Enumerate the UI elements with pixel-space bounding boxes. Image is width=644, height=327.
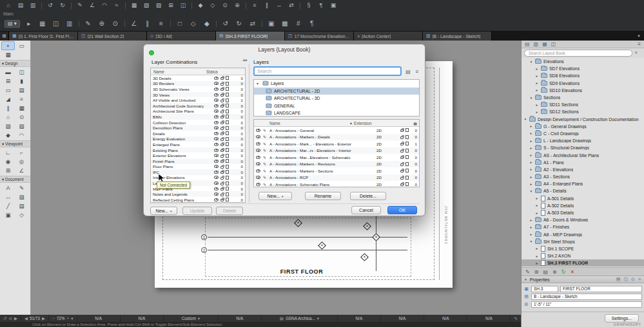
visibility-icon[interactable] [214, 98, 219, 102]
navigator-item[interactable]: ▸A4 - Enlarged Plans [522, 180, 644, 187]
roof-tool[interactable]: ◢ [1, 95, 15, 104]
tab-3[interactable]: ◇[3D / All] [147, 32, 216, 41]
lamp-tool[interactable]: ⊙ [15, 113, 28, 122]
statusbar-segment[interactable]: Custom▾ [164, 315, 219, 322]
pencil-icon[interactable]: ✎ [262, 162, 267, 166]
navigator-item[interactable]: ▸A-502 Details [522, 202, 644, 209]
panel-resize-icons[interactable]: ◀▶ [242, 59, 248, 62]
pin-icon[interactable]: ⊙ [631, 277, 635, 282]
morph-tool[interactable]: ◆ [1, 131, 15, 140]
rotate-right-icon[interactable]: ↻ [235, 21, 244, 27]
hash-icon[interactable]: # [294, 21, 303, 27]
text-tool[interactable]: A [1, 183, 15, 192]
master-layout-field[interactable] [531, 294, 642, 300]
tab-5[interactable]: ◫17 Monochrome Elevation wi... [285, 32, 354, 41]
panel-divider[interactable] [249, 64, 249, 203]
layer-combination-row[interactable]: 3D Schematic Views0 [151, 86, 245, 92]
navigator-item[interactable]: ▸A1 - Plans [522, 159, 644, 166]
parallel-icon[interactable]: ∥ [263, 3, 271, 8]
chevron-right-icon[interactable]: ▸ [535, 254, 539, 258]
visibility-icon[interactable] [214, 121, 219, 124]
chevron-right-icon[interactable]: ▸ [535, 88, 539, 92]
layer-combination-row[interactable]: 3D Renders0 [151, 81, 245, 87]
camera-tool[interactable]: ◉ [1, 157, 15, 166]
rename-layer-button[interactable]: Rename [305, 192, 341, 200]
navigator-item[interactable]: ▸SD10 Elevations [522, 87, 644, 94]
navigator-item[interactable]: ▸S - Structural Drawings [522, 144, 644, 151]
layout-settings-icon[interactable]: ▤ [616, 277, 621, 282]
printer-icon[interactable] [405, 155, 409, 159]
door-tool[interactable]: ◫ [15, 68, 28, 77]
printer-icon[interactable] [226, 131, 229, 135]
arrows-horizontal-icon[interactable]: ↔ [275, 3, 283, 8]
layer-combination-row[interactable]: Architectural Code Summary0 [151, 103, 245, 109]
lock-icon[interactable] [220, 111, 224, 113]
search-options-icon[interactable]: ▾ [635, 50, 638, 55]
navigator-item[interactable]: ▸A-501 Details [522, 195, 644, 202]
lock-icon[interactable] [220, 171, 224, 174]
list-icon[interactable]: ≡ [251, 3, 259, 8]
chevron-right-icon[interactable]: ▸ [535, 110, 539, 114]
remove-icon[interactable]: ✕ [570, 269, 574, 275]
lock-icon[interactable] [220, 94, 224, 97]
new-subset-icon[interactable]: ▤ [543, 269, 548, 275]
navigator-item[interactable]: ▾A5 - Details [522, 187, 644, 194]
visibility-icon[interactable] [214, 77, 219, 80]
layer-combination-row[interactable]: BIMx0 [151, 114, 245, 120]
panel-icon[interactable]: ▣ [267, 21, 276, 27]
palette-section-label[interactable]: ▾ Document [0, 176, 30, 183]
chevron-right-icon[interactable]: ▸ [535, 67, 539, 71]
object-tool[interactable]: ⌂ [1, 113, 15, 122]
lock-icon[interactable] [220, 183, 224, 185]
layer-combination-row[interactable]: Floor Plans0 [151, 164, 245, 170]
layer-row[interactable]: ✎A - Annotations - General2D0 [254, 127, 419, 134]
elevation-tool[interactable]: ⌐ [15, 148, 28, 157]
chevron-right-icon[interactable]: ▸ [529, 153, 533, 157]
add-circle-icon[interactable]: ⊕ [233, 3, 241, 8]
update-icon[interactable]: ↻ [561, 269, 566, 275]
chevron-right-icon[interactable]: ▸ [529, 124, 533, 128]
flat-list-icon[interactable]: ≡ [413, 68, 421, 75]
mesh-grid-icon[interactable]: ▩ [280, 21, 289, 27]
detail-tool[interactable]: ◎ [15, 157, 28, 166]
pencil-icon[interactable]: ✎ [262, 169, 267, 173]
layer-row[interactable]: ✎A - Annotations - Markers - Revisions2D… [254, 161, 419, 168]
pen-icon[interactable]: ✎ [76, 3, 84, 8]
tab-7[interactable]: ▥[B - Landscape - Sketch] [423, 32, 492, 41]
layer-folder[interactable]: LANDSCAPE [254, 109, 419, 117]
visibility-icon[interactable] [256, 142, 260, 145]
snap-grid-tool[interactable]: ▦ [1, 50, 15, 59]
printer-icon[interactable] [226, 76, 229, 80]
navigator-item[interactable]: ▸SD7 Elevations [522, 65, 644, 72]
chevron-right-icon[interactable]: ▸ [529, 131, 533, 135]
printer-icon[interactable] [405, 135, 409, 139]
layer-row[interactable]: ✎A - Annotations - Schematic Plans2D0 [254, 181, 419, 187]
interior-elevation-tool[interactable]: ∠ [15, 166, 28, 175]
section-tool[interactable]: ∟ [1, 148, 15, 157]
pencil-icon[interactable]: ✎ [262, 148, 267, 153]
layer-combination-row[interactable]: 3D Details0 [151, 75, 245, 81]
visibility-icon[interactable] [214, 192, 219, 196]
lock-icon[interactable] [400, 156, 404, 159]
chevron-right-icon[interactable]: ▸ [535, 81, 539, 85]
chevron-right-icon[interactable]: ▸ [529, 218, 533, 222]
layer-combination-row[interactable]: Notes and Legends0 [151, 191, 245, 197]
lock-icon[interactable] [220, 138, 224, 141]
layer-combination-row[interactable]: 3D Views0 [151, 92, 245, 98]
layer-combination-row[interactable]: Architectural Site Plans0 [151, 109, 245, 115]
pencil-icon[interactable]: ✎ [262, 175, 267, 180]
printer-icon[interactable] [226, 198, 229, 201]
label-tool[interactable]: ✎ [15, 183, 28, 192]
visibility-icon[interactable] [256, 149, 260, 152]
section-mark-icon[interactable]: § [305, 3, 313, 8]
statusbar-segment[interactable]: N/A [424, 315, 467, 322]
layout-size-field[interactable] [531, 301, 642, 308]
undo-icon[interactable]: ↺ [46, 3, 54, 8]
palette-section-label[interactable]: ▾ Design [0, 60, 30, 67]
diamond-outline-icon[interactable]: ◇ [209, 3, 217, 8]
play-icon[interactable]: ▸ [24, 21, 34, 27]
lock-icon[interactable] [220, 122, 224, 124]
drawing-tool[interactable]: ▤ [15, 201, 28, 210]
menu-icon[interactable]: ≡ [638, 277, 641, 282]
lock-icon[interactable] [400, 129, 404, 132]
